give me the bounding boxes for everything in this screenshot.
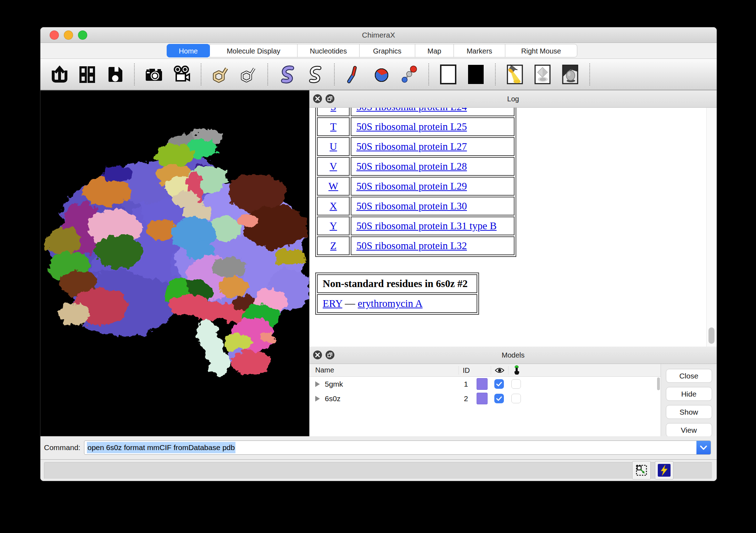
model-name: 5gmk: [325, 380, 343, 388]
stick-style-icon[interactable]: [344, 64, 364, 84]
shown-checkbox[interactable]: [494, 394, 504, 403]
show-model-button[interactable]: Show: [666, 405, 712, 419]
models-list: Name ID 5gmk 1: [310, 364, 661, 438]
table-row: U 50S ribosomal protein L27: [317, 137, 515, 156]
tab-graphics[interactable]: Graphics: [359, 44, 415, 57]
tile-icon[interactable]: [77, 64, 97, 84]
model-row[interactable]: 6s0z 2: [310, 391, 661, 406]
chain-link[interactable]: V: [330, 161, 337, 172]
show-atoms-icon[interactable]: [211, 64, 230, 84]
show-cartoons-icon[interactable]: [277, 64, 297, 84]
black-background-icon[interactable]: [466, 64, 486, 84]
tab-home[interactable]: Home: [167, 44, 210, 57]
hide-model-button[interactable]: Hide: [666, 387, 712, 401]
protein-link[interactable]: 50S ribosomal protein L24: [356, 108, 467, 112]
models-panel-header: Models: [310, 347, 717, 364]
white-background-icon[interactable]: [438, 64, 458, 84]
table-row: Z 50S ribosomal protein L32: [317, 236, 515, 255]
ribosome-structure: [40, 90, 309, 436]
protein-link[interactable]: 50S ribosomal protein L30: [356, 200, 467, 212]
desktop-background: ChimeraX Home Molecule Display Nucleotid…: [0, 0, 756, 533]
disclosure-triangle-icon[interactable]: [315, 381, 320, 387]
tab-markers[interactable]: Markers: [454, 44, 505, 57]
titlebar: ChimeraX: [40, 27, 717, 43]
protein-link[interactable]: 50S ribosomal protein L31 type B: [356, 220, 497, 231]
column-name: Name: [310, 366, 458, 374]
soft-lighting-icon[interactable]: [533, 64, 552, 84]
table-row: S 50S ribosomal protein L24: [317, 108, 515, 116]
chain-link[interactable]: W: [328, 180, 338, 192]
status-message-area: [44, 462, 712, 479]
model-id: 1: [464, 380, 468, 388]
tab-right-mouse[interactable]: Right Mouse: [505, 44, 577, 57]
snapshot-icon[interactable]: [144, 64, 164, 84]
simple-lighting-icon[interactable]: [505, 64, 525, 84]
selected-checkbox[interactable]: [511, 379, 521, 389]
residue-link[interactable]: ERY: [323, 298, 342, 309]
table-row: Y 50S ribosomal protein L31 type B: [317, 217, 515, 235]
chain-link[interactable]: Z: [330, 240, 337, 251]
disclosure-triangle-icon[interactable]: [315, 396, 320, 402]
full-lighting-icon[interactable]: [560, 64, 580, 84]
protein-link[interactable]: 50S ribosomal protein L27: [356, 141, 467, 152]
command-input[interactable]: open 6s0z format mmCIF fromDatabase pdb: [84, 441, 711, 455]
model-color-swatch[interactable]: [477, 378, 488, 390]
chevron-down-icon: [700, 445, 707, 450]
command-text-selected: open 6s0z format mmCIF fromDatabase pdb: [87, 442, 236, 453]
models-buttons: Close Hide Show View: [661, 364, 717, 438]
protein-link[interactable]: 50S ribosomal protein L32: [356, 240, 467, 251]
command-label: Command:: [44, 443, 80, 452]
spin-movie-icon[interactable]: [172, 64, 191, 84]
chain-link[interactable]: X: [330, 200, 337, 212]
close-model-button[interactable]: Close: [666, 369, 712, 383]
nonstandard-residues-table: Non-standard residues in 6s0z #2 ERY — e…: [315, 273, 479, 315]
status-bar: [40, 459, 717, 481]
lightning-icon[interactable]: [655, 461, 673, 479]
models-scrollbar-thumb[interactable]: [657, 377, 660, 390]
view-model-button[interactable]: View: [666, 423, 712, 437]
log-panel-header: Log: [310, 90, 717, 108]
open-icon[interactable]: [50, 64, 70, 84]
tab-molecule-display[interactable]: Molecule Display: [210, 44, 298, 57]
chain-link[interactable]: U: [330, 141, 337, 152]
tab-strip: Home Molecule Display Nucleotides Graphi…: [40, 43, 717, 59]
tab-nucleotides[interactable]: Nucleotides: [297, 44, 360, 57]
models-body: Name ID 5gmk 1: [310, 364, 717, 438]
log-scrollbar-thumb[interactable]: [708, 327, 715, 344]
save-icon[interactable]: [105, 64, 125, 84]
residue-description-link[interactable]: erythromycin A: [358, 298, 423, 309]
table-row: T 50S ribosomal protein L25: [317, 117, 515, 136]
hide-atoms-icon[interactable]: [238, 64, 258, 84]
sphere-style-icon[interactable]: [372, 64, 391, 84]
protein-link[interactable]: 50S ribosomal protein L28: [356, 161, 467, 172]
table-row: ERY — erythromycin A: [317, 294, 477, 313]
model-row[interactable]: 5gmk 1: [310, 377, 661, 391]
models-table-header: Name ID: [310, 364, 661, 377]
chain-link[interactable]: T: [330, 121, 337, 132]
table-row: Non-standard residues in 6s0z #2: [317, 274, 477, 293]
model-id: 2: [464, 394, 468, 403]
log-content[interactable]: S 50S ribosomal protein L24 T 50S riboso…: [310, 108, 717, 347]
tab-map[interactable]: Map: [415, 44, 454, 57]
table-row: X 50S ribosomal protein L30: [317, 197, 515, 215]
model-name: 6s0z: [325, 394, 340, 403]
selected-checkbox[interactable]: [511, 394, 521, 403]
right-pane: Log S 50S ribosomal protein L24 T 50S ri…: [309, 90, 717, 436]
chain-link[interactable]: S: [330, 108, 336, 112]
log-scrollbar[interactable]: [706, 108, 717, 347]
shown-checkbox[interactable]: [494, 379, 504, 389]
graphics-viewport[interactable]: [40, 90, 309, 436]
protein-link[interactable]: 50S ribosomal protein L25: [356, 121, 467, 132]
chain-link[interactable]: Y: [330, 220, 337, 231]
resize-graphics-icon[interactable]: [632, 461, 651, 479]
column-id: ID: [458, 366, 474, 375]
model-color-swatch[interactable]: [477, 393, 488, 404]
models-panel-title: Models: [310, 347, 717, 364]
toolbar-separator: [589, 63, 590, 85]
hide-cartoons-icon[interactable]: [305, 64, 325, 84]
command-history-dropdown[interactable]: [696, 441, 711, 454]
ball-and-stick-style-icon[interactable]: [399, 64, 419, 84]
table-row: V 50S ribosomal protein L28: [317, 157, 515, 176]
eye-icon: [491, 366, 508, 375]
protein-link[interactable]: 50S ribosomal protein L29: [356, 180, 467, 192]
